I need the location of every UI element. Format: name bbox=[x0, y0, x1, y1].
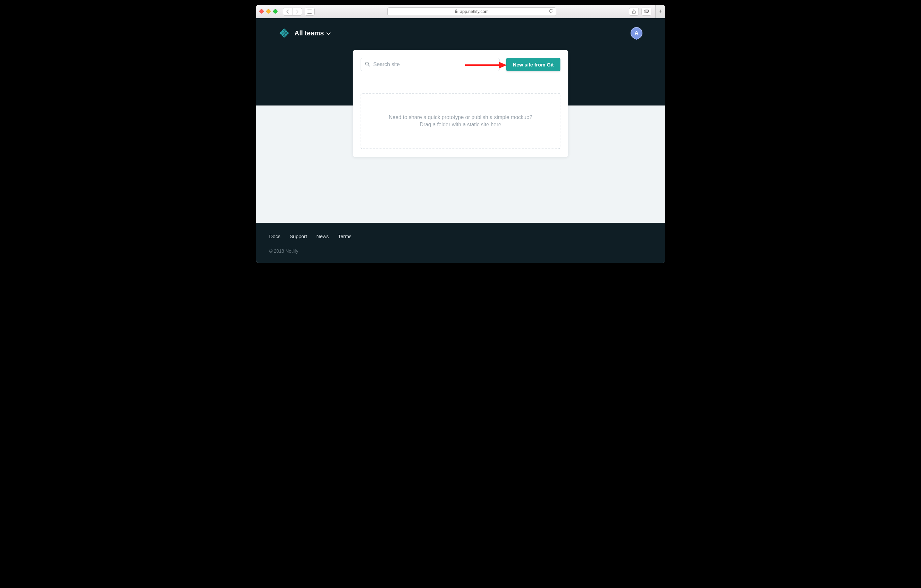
app-footer: Docs Support News Terms © 2018 Netlify bbox=[256, 223, 665, 263]
team-selector-label: All teams bbox=[295, 29, 324, 37]
deploy-dropzone[interactable]: Need to share a quick prototype or publi… bbox=[361, 93, 560, 149]
user-avatar[interactable]: A bbox=[631, 27, 643, 39]
svg-line-13 bbox=[368, 65, 369, 66]
tabs-icon bbox=[644, 10, 649, 13]
svg-rect-2 bbox=[455, 11, 457, 13]
window-close-button[interactable] bbox=[259, 9, 264, 13]
browser-new-tab-button[interactable]: + bbox=[655, 5, 665, 18]
sidebar-icon bbox=[307, 10, 312, 13]
netlify-logo-icon bbox=[278, 28, 290, 39]
page-body: All teams A bbox=[256, 18, 665, 263]
dropzone-text-line1: Need to share a quick prototype or publi… bbox=[389, 114, 532, 120]
browser-back-button[interactable] bbox=[283, 8, 293, 16]
browser-window: app.netlify.com + bbox=[256, 5, 665, 263]
chevron-down-icon bbox=[327, 32, 330, 36]
browser-nav-group bbox=[283, 8, 302, 16]
browser-reload-button[interactable] bbox=[548, 8, 553, 14]
team-selector[interactable]: All teams bbox=[295, 29, 330, 37]
new-site-from-git-button[interactable]: New site from Git bbox=[506, 58, 560, 71]
search-input-wrapper[interactable] bbox=[361, 58, 500, 71]
footer-link-support[interactable]: Support bbox=[290, 234, 308, 239]
browser-address-bar[interactable]: app.netlify.com bbox=[387, 7, 556, 16]
svg-rect-0 bbox=[307, 10, 312, 13]
footer-link-docs[interactable]: Docs bbox=[269, 234, 280, 239]
footer-link-news[interactable]: News bbox=[316, 234, 329, 239]
browser-forward-button[interactable] bbox=[293, 8, 302, 16]
browser-titlebar: app.netlify.com + bbox=[256, 5, 665, 18]
window-minimize-button[interactable] bbox=[266, 9, 271, 13]
chevron-left-icon bbox=[286, 10, 289, 13]
search-icon bbox=[365, 62, 370, 68]
browser-sidebar-button[interactable] bbox=[305, 8, 315, 16]
search-input[interactable] bbox=[373, 62, 495, 67]
window-controls bbox=[259, 9, 278, 13]
avatar-initial: A bbox=[635, 30, 638, 36]
reload-icon bbox=[548, 8, 553, 13]
browser-right-controls: + bbox=[629, 5, 662, 18]
dropzone-text-line2: Drag a folder with a static site here bbox=[420, 122, 501, 128]
footer-link-terms[interactable]: Terms bbox=[338, 234, 351, 239]
share-icon bbox=[632, 9, 636, 14]
svg-rect-5 bbox=[645, 10, 648, 12]
chevron-right-icon bbox=[296, 10, 299, 13]
lock-icon bbox=[454, 9, 458, 14]
browser-tabs-button[interactable] bbox=[641, 8, 651, 16]
footer-links: Docs Support News Terms bbox=[269, 234, 652, 239]
window-zoom-button[interactable] bbox=[273, 9, 278, 13]
brand-area: All teams bbox=[278, 28, 330, 39]
footer-copyright: © 2018 Netlify bbox=[269, 249, 652, 253]
browser-address-text: app.netlify.com bbox=[460, 9, 488, 14]
browser-share-button[interactable] bbox=[629, 8, 639, 16]
sites-card: New site from Git Need to share a quick … bbox=[353, 50, 568, 157]
